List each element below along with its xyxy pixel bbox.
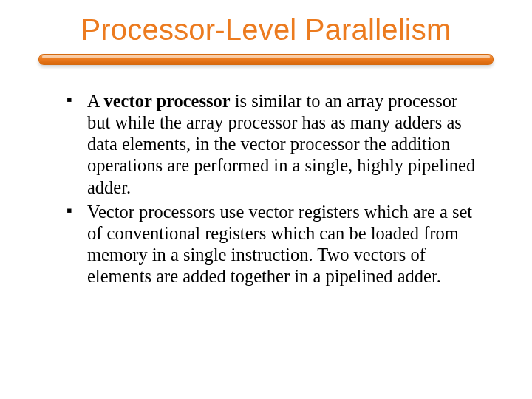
divider-bar xyxy=(38,54,494,65)
slide-body: A vector processor is similar to an arra… xyxy=(37,90,495,287)
bullet-text-rest: Vector processors use vector registers w… xyxy=(87,202,472,286)
bullet-text-prefix: A xyxy=(87,91,103,111)
bullet-list: A vector processor is similar to an arra… xyxy=(69,90,480,287)
slide: Processor-Level Parallelism A vector pro… xyxy=(0,0,532,399)
bullet-text-bold: vector processor xyxy=(103,91,230,111)
slide-title: Processor-Level Parallelism xyxy=(37,13,495,47)
bullet-item: Vector processors use vector registers w… xyxy=(69,201,480,287)
bullet-item: A vector processor is similar to an arra… xyxy=(69,90,480,198)
